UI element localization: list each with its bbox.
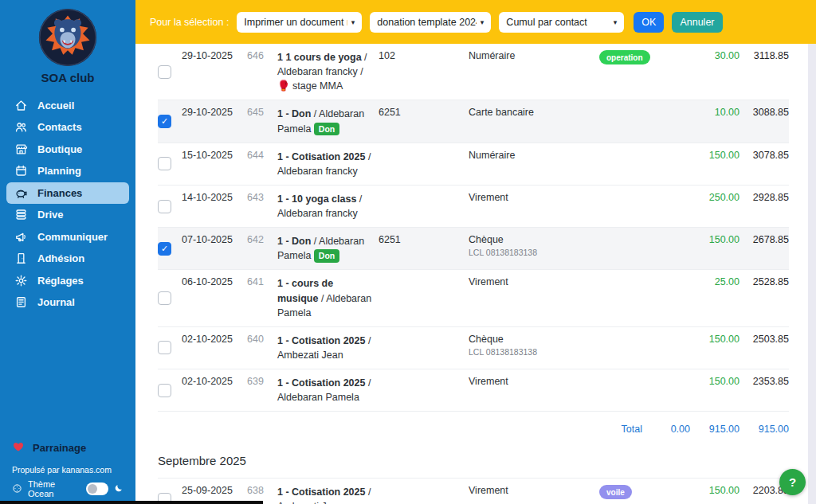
sidebar-item-finances[interactable]: Finances: [6, 182, 129, 204]
total-debit: 0.00: [642, 424, 690, 435]
club-name: SOA club: [0, 71, 135, 84]
don-badge: Don: [314, 123, 339, 136]
row-description[interactable]: 1 - cours de musique / Aldebaran Pamela: [277, 270, 379, 326]
row-description[interactable]: 1 - Cotisation 2025 / Aldebaran Pamela: [277, 369, 379, 411]
template-dropdown[interactable]: donation template 2024 ▾: [370, 12, 491, 33]
don-badge: Don: [314, 249, 339, 263]
row-tag: [599, 369, 679, 411]
row-balance: 3118.85: [740, 44, 789, 100]
row-amount: 25.00: [679, 270, 740, 326]
megaphone-icon: [14, 230, 28, 244]
row-checkbox[interactable]: ✓: [158, 242, 171, 256]
sidebar-item-adhesion[interactable]: Adhésion: [6, 248, 129, 270]
row-balance: 2928.85: [740, 186, 789, 227]
table-row[interactable]: ✓07-10-20256421 - Don / Aldebaran Pamela…: [158, 228, 789, 270]
table-row[interactable]: 15-10-20256441 - Cotisation 2025 / Aldeb…: [158, 143, 789, 186]
row-checkbox[interactable]: ✓: [158, 115, 171, 128]
grouping-dropdown[interactable]: Cumul par contact ▾: [499, 12, 624, 33]
row-balance: 2503.85: [740, 327, 789, 369]
home-icon: [14, 99, 28, 112]
sidebar-item-journal[interactable]: Journal: [6, 292, 129, 314]
sidebar-item-label: Finances: [37, 187, 82, 199]
table-row[interactable]: 29-10-20256461 1 cours de yoga / Aldebar…: [158, 44, 789, 100]
row-tag: [599, 228, 679, 269]
action-dropdown[interactable]: Imprimer un document m ▾: [237, 12, 362, 33]
gear-icon: [14, 274, 28, 287]
row-id: 644: [247, 143, 277, 185]
ok-button[interactable]: OK: [634, 12, 664, 33]
chevron-down-icon: ▾: [351, 18, 355, 26]
row-date: 14-10-2025: [182, 186, 247, 227]
payment-note: LCL 08138183138: [469, 347, 599, 357]
row-payment-method: ChèqueLCL 08138183138: [469, 327, 599, 369]
sidebar-item-drive[interactable]: Drive: [6, 205, 129, 226]
row-amount: 30.00: [679, 44, 740, 100]
total-credit: 915.00: [690, 424, 740, 435]
row-balance: 2353.85: [740, 369, 789, 411]
row-checkbox[interactable]: [158, 200, 171, 213]
row-id: 643: [247, 186, 277, 227]
row-balance: 3088.85: [740, 100, 789, 142]
row-date: 29-10-2025: [182, 100, 247, 142]
selection-label: Pour la sélection :: [150, 17, 229, 28]
template-dropdown-value: donation template 2024: [377, 17, 476, 28]
sidebar-item-label: Boutique: [37, 143, 82, 155]
sidebar-item-accueil[interactable]: Accueil: [6, 95, 129, 116]
sidebar-item-label: Contacts: [37, 121, 82, 133]
row-payment-method: Numéraire: [469, 44, 599, 100]
table-row[interactable]: 14-10-20256431 - 10 yoga class / Aldebar…: [158, 186, 789, 228]
row-description[interactable]: 1 - 10 yoga class / Aldebaran francky: [277, 186, 379, 227]
table-row[interactable]: 02-10-20256401 - Cotisation 2025 / Ambez…: [158, 327, 789, 369]
sidebar-item-communiquer[interactable]: Communiquer: [6, 226, 129, 248]
october-rows: 29-10-20256461 1 cours de yoga / Aldebar…: [158, 44, 789, 412]
row-checkbox[interactable]: [158, 384, 171, 397]
chevron-down-icon: ▾: [481, 18, 484, 26]
table-row[interactable]: 02-10-20256391 - Cotisation 2025 / Aldeb…: [158, 369, 789, 412]
sidebar-item-reglages[interactable]: Réglages: [6, 270, 129, 291]
heart-icon: [12, 440, 25, 455]
row-description[interactable]: 1 - Cotisation 2025 / Ambezati Jean: [277, 327, 379, 369]
row-checkbox[interactable]: [158, 291, 171, 305]
sidebar-item-parrainage[interactable]: Parrainage: [0, 440, 135, 455]
row-description[interactable]: 1 - Don / Aldebaran Pamela Don: [277, 100, 379, 142]
row-description[interactable]: 1 - Cotisation 2025 / Aldebaran francky: [277, 143, 379, 185]
club-logo[interactable]: [37, 7, 98, 68]
bear-logo-icon: [37, 7, 98, 68]
sidebar-item-contacts[interactable]: Contacts: [6, 117, 129, 139]
row-payment-method: Numéraire: [469, 143, 599, 185]
row-amount: 150.00: [679, 143, 740, 185]
row-description[interactable]: 1 - Cotisation 2025 / Ambezati Jean: [277, 479, 379, 504]
drive-icon: [14, 208, 28, 221]
row-payment-method: Virement: [469, 186, 599, 227]
cancel-button[interactable]: Annuler: [672, 12, 722, 33]
row-reference: [379, 143, 469, 185]
sidebar-item-planning[interactable]: Planning: [6, 161, 129, 182]
row-balance: 2528.85: [740, 270, 789, 326]
sidebar-item-boutique[interactable]: Boutique: [6, 139, 129, 160]
membership-icon: [14, 252, 28, 265]
dark-mode-toggle[interactable]: [86, 483, 108, 495]
payment-note: LCL 08138183138: [469, 248, 599, 257]
app-window: SOA club AccueilContactsBoutiquePlanning…: [0, 0, 816, 504]
sidebar-item-label: Journal: [37, 296, 75, 308]
row-checkbox[interactable]: [158, 157, 171, 170]
row-id: 642: [247, 228, 277, 269]
row-tag: voile: [599, 479, 679, 504]
row-reference: [379, 327, 469, 369]
powered-by-link[interactable]: Propulsé par kananas.com: [0, 465, 135, 475]
row-description[interactable]: 1 - Don / Aldebaran Pamela Don: [277, 228, 379, 269]
row-description[interactable]: 1 1 cours de yoga / Aldebaran francky / …: [277, 44, 379, 100]
transactions-table: 29-10-20256461 1 cours de yoga / Aldebar…: [135, 44, 816, 504]
row-checkbox[interactable]: [158, 65, 171, 79]
row-checkbox[interactable]: [158, 341, 171, 354]
sidebar-nav: AccueilContactsBoutiquePlanningFinancesD…: [0, 95, 135, 313]
chevron-down-icon: ▾: [614, 18, 618, 26]
sidebar-item-label: Accueil: [37, 100, 74, 111]
table-row[interactable]: ✓29-10-20256451 - Don / Aldebaran Pamela…: [158, 100, 789, 143]
help-button[interactable]: ?: [779, 469, 806, 495]
row-tag: [599, 327, 679, 369]
sidebar-footer: Parrainage Propulsé par kananas.com Thèm…: [0, 440, 135, 498]
scrollbar-track[interactable]: [808, 44, 816, 504]
row-payment-method: ChèqueLCL 08138183138: [469, 228, 599, 269]
table-row[interactable]: 06-10-20256411 - cours de musique / Alde…: [158, 270, 789, 326]
